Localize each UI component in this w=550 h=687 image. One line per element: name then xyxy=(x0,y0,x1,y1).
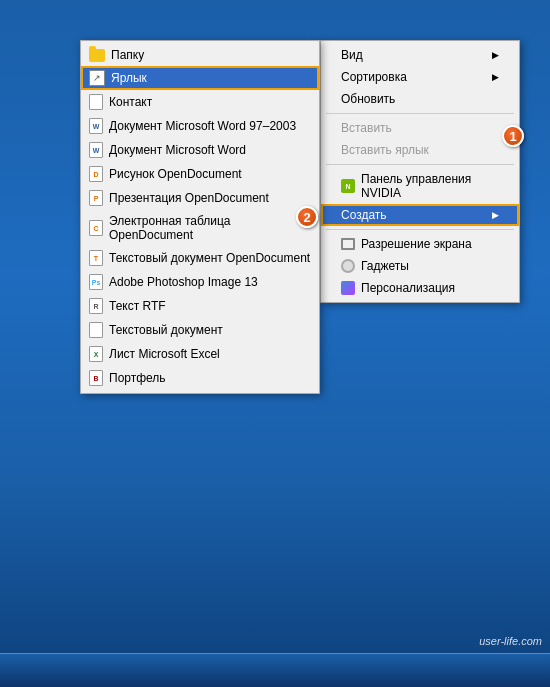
submenu-item-word97[interactable]: W Документ Microsoft Word 97–2003 xyxy=(81,114,319,138)
submenu-item-excel[interactable]: X Лист Microsoft Excel xyxy=(81,342,319,366)
separator xyxy=(326,229,514,230)
excel-icon: X xyxy=(89,346,103,362)
submenu-item-shortcut[interactable]: Ярлык xyxy=(81,66,319,90)
taskbar xyxy=(0,653,550,687)
arrow-icon: ▶ xyxy=(492,210,499,220)
menu-item-paste: Вставить xyxy=(321,117,519,139)
menu-item-sort[interactable]: Сортировка ▶ xyxy=(321,66,519,88)
menu-item-refresh[interactable]: Обновить xyxy=(321,88,519,110)
submenu-item-odt-draw[interactable]: D Рисунок OpenDocument xyxy=(81,162,319,186)
submenu-item-txt[interactable]: Текстовый документ xyxy=(81,318,319,342)
word97-icon: W xyxy=(89,118,103,134)
odt-text-icon: T xyxy=(89,250,103,266)
arrow-icon: ▶ xyxy=(492,50,499,60)
submenu-item-odt-text[interactable]: T Текстовый документ OpenDocument xyxy=(81,246,319,270)
badge-1: 1 xyxy=(502,125,524,147)
badge-2: 2 xyxy=(296,206,318,228)
submenu-item-rtf[interactable]: R Текст RTF xyxy=(81,294,319,318)
menu-item-personalize[interactable]: Персонализация xyxy=(321,277,519,299)
odt-calc-icon: C xyxy=(89,220,103,236)
menu-item-create[interactable]: Создать ▶ xyxy=(321,204,519,226)
menu-item-nvidia[interactable]: N Панель управления NVIDIA xyxy=(321,168,519,204)
txt-icon xyxy=(89,322,103,338)
menu-item-view[interactable]: Вид ▶ xyxy=(321,44,519,66)
word-icon: W xyxy=(89,142,103,158)
submenu-item-word[interactable]: W Документ Microsoft Word xyxy=(81,138,319,162)
folder-icon xyxy=(89,49,105,62)
arrow-icon: ▶ xyxy=(492,72,499,82)
submenu-item-folder[interactable]: Папку xyxy=(81,44,319,66)
nvidia-icon: N xyxy=(341,179,355,193)
submenu-item-photoshop[interactable]: Ps Adobe Photoshop Image 13 xyxy=(81,270,319,294)
personalize-icon xyxy=(341,281,355,295)
separator xyxy=(326,113,514,114)
monitor-icon xyxy=(341,238,355,250)
contact-icon xyxy=(89,94,103,110)
submenu-item-odt-pres[interactable]: P Презентация OpenDocument xyxy=(81,186,319,210)
submenu-item-contact[interactable]: Контакт xyxy=(81,90,319,114)
odt-pres-icon: P xyxy=(89,190,103,206)
menu-item-paste-shortcut: Вставить ярлык xyxy=(321,139,519,161)
menu-item-resolution[interactable]: Разрешение экрана xyxy=(321,233,519,255)
gadget-icon xyxy=(341,259,355,273)
desktop-context-menu: Вид ▶ Сортировка ▶ Обновить Вставить Вст… xyxy=(320,40,520,303)
portfolio-icon: B xyxy=(89,370,103,386)
photoshop-icon: Ps xyxy=(89,274,103,290)
separator xyxy=(326,164,514,165)
submenu-item-odt-calc[interactable]: C Электронная таблица OpenDocument xyxy=(81,210,319,246)
rtf-icon: R xyxy=(89,298,103,314)
submenu-item-portfolio[interactable]: B Портфель xyxy=(81,366,319,390)
watermark: user-life.com xyxy=(479,635,542,647)
odt-draw-icon: D xyxy=(89,166,103,182)
shortcut-icon xyxy=(89,70,105,86)
desktop: Вид ▶ Сортировка ▶ Обновить Вставить Вст… xyxy=(0,0,550,687)
submenu-create: Папку Ярлык Контакт W Документ Microsoft… xyxy=(80,40,320,394)
menu-item-gadgets[interactable]: Гаджеты xyxy=(321,255,519,277)
